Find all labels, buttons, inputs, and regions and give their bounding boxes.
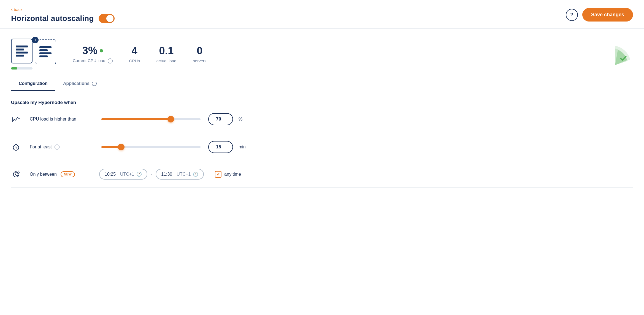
clock-end-icon: 🕐 [193,172,198,177]
cpu-load-value: 3% [82,45,98,57]
cpus-stat: 4 CPUs [129,45,140,63]
page-header: back Horizontal autoscaling ? Save chang… [0,0,644,29]
cpu-load-info-icon[interactable]: i [108,58,113,63]
svg-line-4 [16,148,17,148]
time-input-group: 10:25 UTC+1 🕐 - 11:30 UTC+1 🕐 [99,169,204,180]
any-time-checkbox[interactable] [215,171,221,178]
server-icon-group: + [11,39,56,70]
config-section: Upscale my Hypernode when CPU load is hi… [0,91,644,188]
back-link[interactable]: back [11,7,115,12]
green-dot-indicator [100,49,103,52]
server-icon [11,39,33,63]
time-end-value: 11:30 [161,172,172,177]
time-separator: - [151,171,152,177]
only-between-label: Only between NEW [30,171,90,177]
for-at-least-row: For at least i min [11,133,633,161]
svg-point-7 [17,172,19,173]
actual-load-label: actual load [156,58,177,63]
new-badge: NEW [61,171,75,177]
gauge-chart [597,40,633,68]
actual-load-stat: 0.1 actual load [156,45,177,63]
for-at-least-unit: min [239,145,246,150]
cpu-load-icon [11,114,21,124]
tabs-row: Configuration Applications [11,77,633,91]
autoscaling-toggle[interactable] [99,14,115,23]
cpu-load-row-label: CPU load is higher than [30,117,90,122]
tabs-section: Configuration Applications [0,77,644,91]
tab-configuration[interactable]: Configuration [11,77,55,91]
for-at-least-input[interactable] [208,141,233,153]
for-at-least-label: For at least i [30,145,90,150]
cpu-load-value-row: 3% [82,45,103,57]
time-start-value: 10:25 [105,172,116,177]
section-heading: Upscale my Hypernode when [11,100,633,105]
server-icon-dashed: + [35,39,56,64]
cpu-load-label: Current CPU load i [73,58,113,63]
for-at-least-slider[interactable] [101,146,201,148]
page-title: Horizontal autoscaling [11,14,94,23]
only-between-row: Only between NEW 10:25 UTC+1 🕐 - 11:30 U… [11,161,633,188]
plus-icon: + [32,37,39,43]
tz-start-value: UTC+1 [120,172,134,177]
cpu-load-control: % [99,113,633,125]
config-rows: CPU load is higher than % [11,105,633,188]
gauge-svg [597,40,633,68]
cpus-label: CPUs [129,58,140,63]
header-right: ? Save changes [566,8,633,22]
help-button[interactable]: ? [566,9,578,21]
any-time-group: any time [215,171,241,178]
for-at-least-control: min [99,141,633,153]
cpu-load-stat: 3% Current CPU load i [73,45,113,63]
cpu-load-unit: % [239,117,242,122]
time-start-field[interactable]: 10:25 UTC+1 🕐 [99,169,147,180]
tz-end-value: UTC+1 [177,172,191,177]
header-title-row: Horizontal autoscaling [11,14,115,23]
cpus-value: 4 [132,45,137,57]
servers-value: 0 [197,45,202,57]
moon-icon [11,169,21,179]
save-button[interactable]: Save changes [582,8,633,22]
clock-start-icon: 🕐 [136,172,142,177]
any-time-label: any time [224,172,241,177]
cpu-load-input[interactable] [208,113,233,125]
servers-label: servers [193,58,206,63]
timer-icon [11,142,21,152]
cpu-load-row: CPU load is higher than % [11,105,633,133]
cpu-load-slider[interactable] [101,118,201,120]
actual-load-value: 0.1 [159,45,174,57]
for-at-least-info-icon[interactable]: i [55,145,59,150]
time-end-field[interactable]: 11:30 UTC+1 🕐 [156,169,204,180]
header-left: back Horizontal autoscaling [11,7,115,23]
stats-section: + 3% Current CPU load i 4 CPUs 0 [0,29,644,77]
servers-stat: 0 servers [193,45,206,63]
tab-spinner-icon [92,81,97,86]
server-progress-bar [11,67,33,70]
tab-applications[interactable]: Applications [55,77,104,91]
only-between-control: 10:25 UTC+1 🕐 - 11:30 UTC+1 🕐 any time [99,169,633,180]
